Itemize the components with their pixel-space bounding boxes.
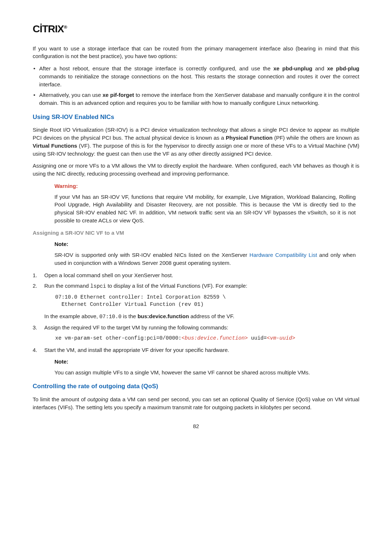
step-item: Open a local command shell on your XenSe… [33,271,359,279]
note-block: Note: SR-IOV is supported only with SR-I… [54,240,356,267]
sriov-p1: Single Root I/O Virtualization (SR-IOV) … [33,126,359,157]
step-item: Start the VM, and install the appropriat… [33,346,359,376]
steps-list: Open a local command shell on your XenSe… [33,271,359,377]
note-body: You can assign multiple VFs to a single … [54,369,356,377]
citrix-logo: CİTRIX® [33,22,359,37]
warning-block: Warning: If your VM has an SR-IOV VF, fu… [54,182,356,225]
note-title: Note: [54,358,356,366]
page-number: 82 [33,422,359,430]
qos-p1: To limit the amount of outgoing data a V… [33,395,359,411]
note-title: Note: [54,240,356,248]
list-item: After a host reboot, ensure that the sto… [33,65,359,88]
warning-body: If your VM has an SR-IOV VF, functions t… [54,193,356,225]
step-item: Assign the required VF to the target VM … [33,324,359,342]
logo-trademark: ® [64,24,67,30]
code-block: xe vm-param-set other-config:pci=0/0000:… [55,335,359,342]
sriov-p2: Assigning one or more VFs to a VM allows… [33,162,359,178]
list-item: Alternatively, you can use xe pif-forget… [33,91,359,107]
logo-text: CİTRIX [33,23,64,34]
warning-title: Warning: [54,182,356,190]
sriov-heading: Using SR-IOV Enabled NICs [33,113,359,122]
step-item: Run the command lspci to display a list … [33,282,359,321]
hcl-link[interactable]: Hardware Compatibility List [249,252,317,258]
note-block: Note: You can assign multiple VFs to a s… [54,358,356,377]
qos-heading: Controlling the rate of outgoing data (Q… [33,382,359,391]
intro-paragraph: If you want to use a storage interface t… [33,45,359,61]
assign-heading: Assigning a SR-IOV NIC VF to a VM [33,229,359,237]
note-body: SR-IOV is supported only with SR-IOV ena… [54,251,356,267]
code-block: 07:10.0 Ethernet controller: Intel Corpo… [55,294,359,308]
options-list: After a host reboot, ensure that the sto… [33,65,359,107]
